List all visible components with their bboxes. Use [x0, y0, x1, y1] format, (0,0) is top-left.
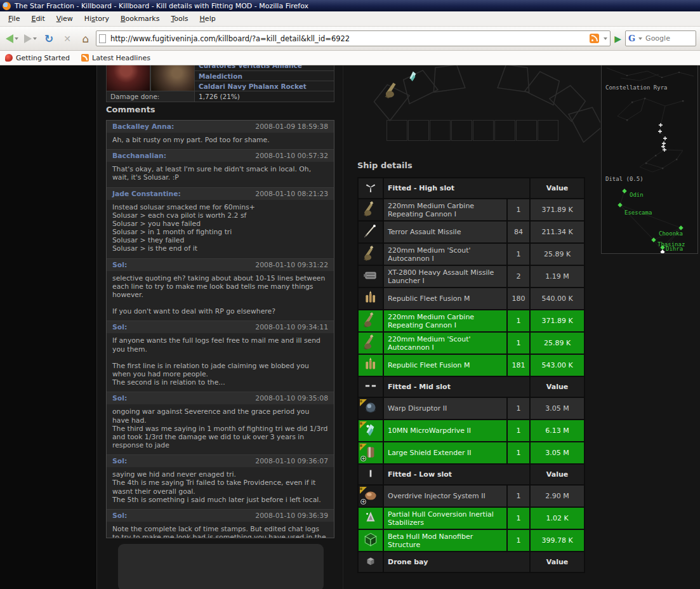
- comment-author-link[interactable]: Sol:: [112, 394, 127, 402]
- search-engine-dropdown-icon[interactable]: [638, 37, 642, 40]
- svg-text:Choonka: Choonka: [659, 230, 683, 237]
- svg-text:Dihra: Dihra: [666, 246, 683, 252]
- value-column-header: Value: [530, 376, 584, 397]
- comment-author-link[interactable]: Jade Constantine:: [112, 190, 181, 198]
- comment-timestamp: 2008-01-10 09:36:07: [255, 457, 328, 465]
- damage-done-value: 1,726 (21%): [195, 91, 334, 102]
- column-divider: [343, 65, 343, 589]
- damage-done-row: Damage done: 1,726 (21%): [106, 91, 334, 102]
- victim-link[interactable]: Caldari Navy Phalanx Rocket: [195, 81, 334, 91]
- url-bar[interactable]: [96, 30, 611, 46]
- cargo-slot-row: [386, 120, 558, 141]
- bookmark-getting-started[interactable]: Getting Started: [5, 54, 70, 62]
- item-name: XT-2800 Heavy Assault Missile Launcher I: [383, 265, 507, 288]
- inertial-icon: [358, 507, 383, 529]
- stop-button[interactable]: ✕: [59, 30, 76, 47]
- comment-body: Note the complete lack of time stamps. B…: [107, 522, 334, 538]
- item-value: 3.05 M: [530, 442, 584, 464]
- menu-file[interactable]: File: [3, 12, 25, 25]
- ship-details-heading: Ship details: [357, 161, 413, 170]
- fitted-item-row: +Large Shield Extender II13.05 M: [358, 442, 584, 464]
- menu-bookmarks[interactable]: Bookmarks: [115, 12, 165, 25]
- nanofiber-icon: [358, 529, 383, 552]
- system-map[interactable]: OdinEsescamaChoonkaThasinazDihraDital: [602, 185, 698, 253]
- system-node-esescama[interactable]: Esescama: [617, 202, 652, 216]
- comment-header: Jade Constantine:2008-01-10 08:21:23: [107, 187, 334, 200]
- item-quantity: 1: [507, 529, 530, 552]
- back-button[interactable]: [4, 30, 20, 47]
- item-name: Republic Fleet Fusion M: [383, 354, 507, 376]
- comment-author-link[interactable]: Backalley Anna:: [112, 122, 174, 131]
- victim-link[interactable]: Curatores Veritatis Alliance: [195, 65, 334, 71]
- comment-author-link[interactable]: Sol:: [112, 323, 127, 331]
- system-node-choonka[interactable]: Choonka: [659, 225, 683, 237]
- item-name: 10MN MicroWarpdrive II: [383, 420, 507, 442]
- comments-list: Backalley Anna:2008-01-09 18:59:38Ah, a …: [106, 120, 334, 538]
- low-slot-icon: [358, 464, 383, 485]
- comment-author-link[interactable]: Sol:: [112, 512, 127, 520]
- search-input[interactable]: [644, 34, 693, 43]
- region-map[interactable]: [602, 65, 698, 83]
- comment-header: Bacchanalian:2008-01-10 00:57:32: [107, 149, 334, 162]
- item-quantity: 1: [507, 507, 530, 529]
- menu-edit[interactable]: Edit: [25, 12, 50, 25]
- forward-dropdown-icon: [33, 37, 37, 40]
- value-column-header: Value: [530, 178, 584, 199]
- comment-timestamp: 2008-01-10 09:31:22: [255, 261, 328, 269]
- menu-bar: FileEditViewHistoryBookmarksToolsHelp: [0, 11, 700, 27]
- menu-view[interactable]: View: [51, 12, 79, 25]
- forward-button[interactable]: [22, 30, 39, 47]
- item-value: 540.00 K: [530, 288, 584, 310]
- item-quantity: 84: [507, 221, 530, 243]
- go-button[interactable]: ▶: [612, 34, 623, 44]
- victim-info-rows: Curatores Veritatis AllianceMaledictionC…: [195, 65, 334, 91]
- slot-section-header: Fitted - High slotValue: [358, 178, 584, 199]
- ship-portrait[interactable]: [150, 65, 195, 91]
- search-engine-icon[interactable]: G: [628, 34, 635, 43]
- system-node-odin[interactable]: Odin: [622, 189, 643, 198]
- menu-tools[interactable]: Tools: [165, 12, 194, 25]
- disruptor-icon: [358, 397, 383, 420]
- comment-author-link[interactable]: Sol:: [112, 261, 127, 269]
- item-value: 1.19 M: [530, 265, 584, 288]
- page-content: Curatores Veritatis AllianceMaledictionC…: [0, 65, 700, 589]
- url-input[interactable]: [109, 34, 586, 44]
- item-quantity: 1: [507, 397, 530, 420]
- menu-help[interactable]: Help: [194, 12, 221, 25]
- slot-section-label: Fitted - Low slot: [383, 464, 530, 485]
- constellation-map[interactable]: [602, 92, 698, 175]
- comment-input[interactable]: [118, 544, 324, 589]
- comment-timestamp: 2008-01-10 09:34:11: [255, 323, 328, 331]
- url-dropdown-icon[interactable]: [604, 37, 607, 40]
- back-dropdown-icon: [15, 37, 18, 40]
- mwd-icon: [358, 420, 383, 442]
- ammo-icon: [358, 288, 383, 310]
- victim-link[interactable]: Malediction: [195, 71, 334, 81]
- item-value: 371.89 K: [530, 199, 584, 221]
- victim-portrait[interactable]: [106, 65, 150, 91]
- tech2-badge-icon: [360, 421, 367, 428]
- cannon-icon: [358, 243, 383, 265]
- item-value: 543.00 K: [530, 354, 584, 376]
- comment-body: Ah, a bit rusty on my part. Pod too for …: [107, 133, 334, 149]
- home-button[interactable]: ⌂: [77, 30, 94, 47]
- empty-slot: [430, 120, 451, 141]
- rss-icon[interactable]: [590, 34, 599, 43]
- fitted-item-row: 220mm Medium 'Scout' Autocannon I125.89 …: [358, 243, 584, 265]
- getting-started-icon: [5, 54, 13, 62]
- bookmark-latest-headlines[interactable]: Latest Headlines: [81, 54, 150, 62]
- item-name: 220mm Medium Carbine Repeating Cannon I: [383, 310, 507, 332]
- menu-history[interactable]: History: [79, 12, 115, 25]
- fitted-item-row: +Overdrive Injector System II12.90 M: [358, 485, 584, 507]
- reload-button[interactable]: ↻: [41, 30, 57, 47]
- empty-slot: [451, 120, 472, 141]
- search-box[interactable]: G: [625, 30, 696, 46]
- comment-header: Sol:2008-01-10 09:31:22: [107, 258, 334, 271]
- comment-author-link[interactable]: Sol:: [112, 457, 127, 465]
- drone-bay-icon: [358, 552, 383, 572]
- comment-author-link[interactable]: Bacchanalian:: [112, 152, 166, 160]
- damage-done-label: Damage done:: [106, 91, 195, 102]
- empty-slot: [386, 120, 407, 141]
- fitted-item-row: Partial Hull Conversion Inertial Stabili…: [358, 507, 584, 529]
- comment-body: That's okay, at least I'm sure he didn't…: [107, 162, 334, 187]
